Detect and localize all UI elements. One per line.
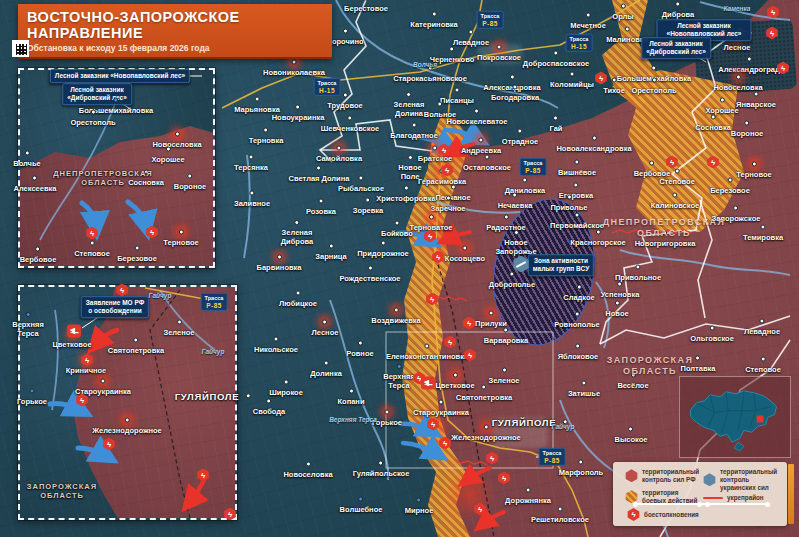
title-banner: ВОСТОЧНО-ЗАПОРОЖСКОЕ НАПРАВЛЕНИЕ Обстано… [18, 4, 332, 59]
legend: территориальный контроль сил РФтерритори… [613, 462, 787, 526]
ukraine-minimap [679, 376, 791, 458]
legend-label: территориальный контроль сил РФ [642, 468, 703, 484]
urban-patch [492, 418, 548, 448]
legend-item-fort: укрепрайон [703, 494, 781, 502]
legend-swatch-fort [703, 497, 723, 499]
inset-map-north [18, 68, 215, 268]
combat-glow [433, 128, 477, 172]
legend-accent-stripe [788, 464, 794, 524]
page-title: ВОСТОЧНО-ЗАПОРОЖСКОЕ НАПРАВЛЕНИЕ [27, 9, 323, 41]
legend-item-ua: территориальный контроль украинских сил [703, 468, 781, 492]
combat-glow [444, 469, 496, 521]
current-area-marker [757, 416, 764, 423]
legend-item-rf: территориальный контроль сил РФ [625, 468, 703, 484]
qr-code [12, 40, 29, 57]
legend-swatch-rf [625, 469, 638, 482]
inset-map-gulyaipole [18, 285, 237, 520]
legend-item-clash: ϟбоестолкновения [627, 508, 705, 521]
scale-bar [635, 503, 768, 505]
legend-label: боестолкновения [644, 511, 699, 519]
urban-patch [478, 44, 522, 64]
combat-glow [413, 405, 453, 445]
combat-glow [413, 214, 461, 262]
page-subtitle: Обстановка к исходу 15 февраля 2026 года [27, 43, 323, 53]
map-canvas[interactable]: БерестовоеКатериновкаЛевадноеЧерненковоП… [0, 0, 799, 537]
legend-swatch-ua [703, 473, 716, 486]
legend-label: территориальный контроль украинских сил [720, 468, 781, 492]
ukraine-silhouette [680, 377, 790, 457]
legend-label: укрепрайон [727, 494, 764, 502]
legend-swatch-clash: ϟ [627, 508, 640, 521]
